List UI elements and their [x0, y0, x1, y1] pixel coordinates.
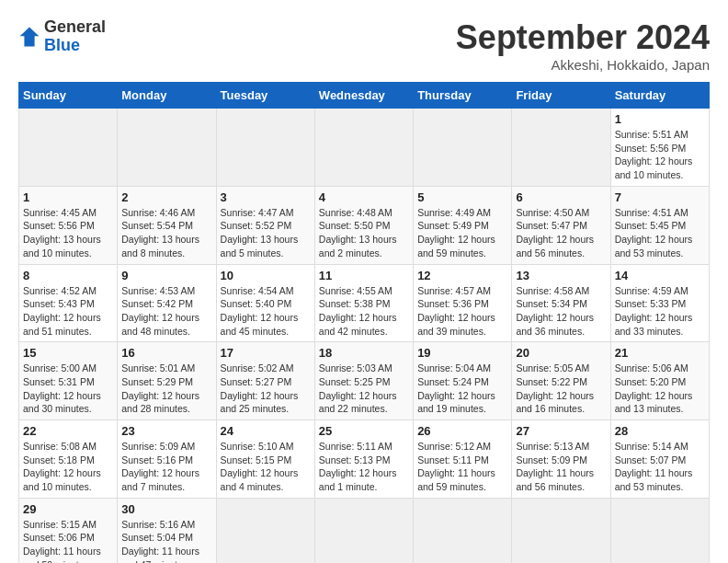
calendar-cell: 26Sunrise: 5:12 AMSunset: 5:11 PMDayligh… [414, 420, 512, 499]
calendar-week-row: 1Sunrise: 5:51 AMSunset: 5:56 PMDaylight… [19, 109, 710, 187]
calendar-table: SundayMondayTuesdayWednesdayThursdayFrid… [18, 82, 710, 563]
day-number: 6 [516, 190, 606, 204]
calendar-cell: 18Sunrise: 5:03 AMSunset: 5:25 PMDayligh… [314, 342, 413, 420]
day-number: 24 [221, 424, 311, 438]
calendar-week-row: 1Sunrise: 4:45 AMSunset: 5:56 PMDaylight… [19, 186, 710, 264]
day-number: 22 [23, 424, 113, 438]
day-of-week-header: Wednesday [314, 83, 413, 109]
calendar-week-row: 8Sunrise: 4:52 AMSunset: 5:43 PMDaylight… [19, 264, 710, 342]
day-info: Sunrise: 4:53 AMSunset: 5:42 PMDaylight:… [121, 284, 211, 339]
day-info: Sunrise: 5:01 AMSunset: 5:29 PMDaylight:… [121, 362, 211, 416]
calendar-cell [216, 498, 314, 563]
day-number: 28 [615, 424, 705, 438]
calendar-cell [19, 109, 118, 187]
day-number: 19 [417, 346, 507, 360]
svg-marker-0 [20, 27, 40, 46]
day-number: 25 [319, 424, 409, 438]
day-info: Sunrise: 5:10 AMSunset: 5:15 PMDaylight:… [221, 440, 311, 494]
day-info: Sunrise: 4:58 AMSunset: 5:34 PMDaylight:… [516, 284, 606, 339]
day-number: 7 [615, 190, 705, 204]
day-info: Sunrise: 5:16 AMSunset: 5:04 PMDaylight:… [121, 518, 211, 563]
calendar-cell: 11Sunrise: 4:55 AMSunset: 5:38 PMDayligh… [314, 264, 413, 342]
calendar-cell: 25Sunrise: 5:11 AMSunset: 5:13 PMDayligh… [314, 420, 413, 499]
calendar-cell: 10Sunrise: 4:54 AMSunset: 5:40 PMDayligh… [216, 264, 314, 342]
calendar-cell: 20Sunrise: 5:05 AMSunset: 5:22 PMDayligh… [512, 342, 610, 420]
calendar-cell: 13Sunrise: 4:58 AMSunset: 5:34 PMDayligh… [512, 264, 610, 342]
day-info: Sunrise: 4:55 AMSunset: 5:38 PMDaylight:… [319, 284, 409, 339]
calendar-cell [610, 498, 709, 563]
day-info: Sunrise: 5:14 AMSunset: 5:07 PMDaylight:… [615, 440, 705, 494]
day-of-week-header: Sunday [19, 83, 118, 109]
calendar-cell [314, 498, 413, 563]
calendar-cell: 12Sunrise: 4:57 AMSunset: 5:36 PMDayligh… [414, 264, 512, 342]
calendar-cell: 19Sunrise: 5:04 AMSunset: 5:24 PMDayligh… [414, 342, 512, 420]
day-info: Sunrise: 5:05 AMSunset: 5:22 PMDaylight:… [516, 362, 606, 416]
day-number: 30 [121, 502, 211, 516]
calendar-cell [314, 109, 413, 187]
day-info: Sunrise: 5:02 AMSunset: 5:27 PMDaylight:… [221, 362, 311, 416]
day-info: Sunrise: 4:47 AMSunset: 5:52 PMDaylight:… [221, 206, 311, 260]
location-subtitle: Akkeshi, Hokkaido, Japan [456, 57, 710, 73]
day-info: Sunrise: 5:06 AMSunset: 5:20 PMDaylight:… [615, 362, 705, 416]
day-info: Sunrise: 5:03 AMSunset: 5:25 PMDaylight:… [319, 362, 409, 416]
calendar-cell: 5Sunrise: 4:49 AMSunset: 5:49 PMDaylight… [414, 186, 512, 264]
calendar-cell [118, 109, 216, 187]
day-info: Sunrise: 4:50 AMSunset: 5:47 PMDaylight:… [516, 206, 606, 260]
month-title: September 2024 [456, 18, 710, 57]
calendar-cell: 3Sunrise: 4:47 AMSunset: 5:52 PMDaylight… [216, 186, 314, 264]
calendar-cell: 7Sunrise: 4:51 AMSunset: 5:45 PMDaylight… [610, 186, 709, 264]
day-number: 9 [121, 269, 211, 282]
day-info: Sunrise: 5:09 AMSunset: 5:16 PMDaylight:… [121, 440, 211, 494]
calendar-cell: 22Sunrise: 5:08 AMSunset: 5:18 PMDayligh… [19, 420, 118, 499]
calendar-cell: 8Sunrise: 4:52 AMSunset: 5:43 PMDaylight… [19, 264, 118, 342]
day-number: 20 [516, 346, 606, 360]
day-number: 1 [615, 112, 705, 126]
logo-icon [18, 26, 40, 48]
day-info: Sunrise: 4:51 AMSunset: 5:45 PMDaylight:… [615, 206, 705, 260]
day-number: 26 [417, 424, 507, 438]
day-number: 18 [319, 346, 409, 360]
logo: General Blue [18, 18, 106, 55]
calendar-cell: 15Sunrise: 5:00 AMSunset: 5:31 PMDayligh… [19, 342, 118, 420]
calendar-cell: 27Sunrise: 5:13 AMSunset: 5:09 PMDayligh… [512, 420, 610, 499]
day-info: Sunrise: 4:46 AMSunset: 5:54 PMDaylight:… [121, 206, 211, 260]
calendar-cell: 29Sunrise: 5:15 AMSunset: 5:06 PMDayligh… [19, 498, 118, 563]
calendar-cell [512, 109, 610, 187]
day-info: Sunrise: 4:49 AMSunset: 5:49 PMDaylight:… [417, 206, 507, 260]
title-block: September 2024 Akkeshi, Hokkaido, Japan [456, 18, 710, 73]
calendar-cell: 1Sunrise: 5:51 AMSunset: 5:56 PMDaylight… [610, 109, 709, 187]
calendar-cell: 9Sunrise: 4:53 AMSunset: 5:42 PMDaylight… [118, 264, 216, 342]
day-info: Sunrise: 4:54 AMSunset: 5:40 PMDaylight:… [221, 284, 311, 339]
calendar-cell [216, 109, 314, 187]
day-info: Sunrise: 5:04 AMSunset: 5:24 PMDaylight:… [417, 362, 507, 416]
calendar-cell: 30Sunrise: 5:16 AMSunset: 5:04 PMDayligh… [118, 498, 216, 563]
calendar-cell: 16Sunrise: 5:01 AMSunset: 5:29 PMDayligh… [118, 342, 216, 420]
calendar-cell: 21Sunrise: 5:06 AMSunset: 5:20 PMDayligh… [610, 342, 709, 420]
calendar-cell: 4Sunrise: 4:48 AMSunset: 5:50 PMDaylight… [314, 186, 413, 264]
calendar-cell: 28Sunrise: 5:14 AMSunset: 5:07 PMDayligh… [610, 420, 709, 499]
day-of-week-header: Monday [118, 83, 216, 109]
day-number: 5 [417, 190, 507, 204]
calendar-cell: 17Sunrise: 5:02 AMSunset: 5:27 PMDayligh… [216, 342, 314, 420]
calendar-week-row: 22Sunrise: 5:08 AMSunset: 5:18 PMDayligh… [19, 420, 710, 499]
logo-blue: Blue [44, 36, 80, 54]
day-of-week-header: Tuesday [216, 83, 314, 109]
day-info: Sunrise: 5:51 AMSunset: 5:56 PMDaylight:… [615, 128, 705, 182]
day-number: 10 [221, 269, 311, 282]
calendar-week-row: 15Sunrise: 5:00 AMSunset: 5:31 PMDayligh… [19, 342, 710, 420]
page-header: General Blue September 2024 Akkeshi, Hok… [18, 18, 710, 73]
day-info: Sunrise: 5:12 AMSunset: 5:11 PMDaylight:… [417, 440, 507, 494]
day-number: 27 [516, 424, 606, 438]
calendar-cell: 2Sunrise: 4:46 AMSunset: 5:54 PMDaylight… [118, 186, 216, 264]
day-info: Sunrise: 4:59 AMSunset: 5:33 PMDaylight:… [615, 284, 705, 339]
day-info: Sunrise: 5:13 AMSunset: 5:09 PMDaylight:… [516, 440, 606, 494]
calendar-cell: 6Sunrise: 4:50 AMSunset: 5:47 PMDaylight… [512, 186, 610, 264]
day-info: Sunrise: 5:08 AMSunset: 5:18 PMDaylight:… [23, 440, 113, 494]
calendar-cell: 24Sunrise: 5:10 AMSunset: 5:15 PMDayligh… [216, 420, 314, 499]
calendar-week-row: 29Sunrise: 5:15 AMSunset: 5:06 PMDayligh… [19, 498, 710, 563]
day-info: Sunrise: 4:48 AMSunset: 5:50 PMDaylight:… [319, 206, 409, 260]
day-of-week-header: Thursday [414, 83, 512, 109]
day-number: 12 [417, 269, 507, 282]
day-number: 16 [121, 346, 211, 360]
day-of-week-header: Friday [512, 83, 610, 109]
